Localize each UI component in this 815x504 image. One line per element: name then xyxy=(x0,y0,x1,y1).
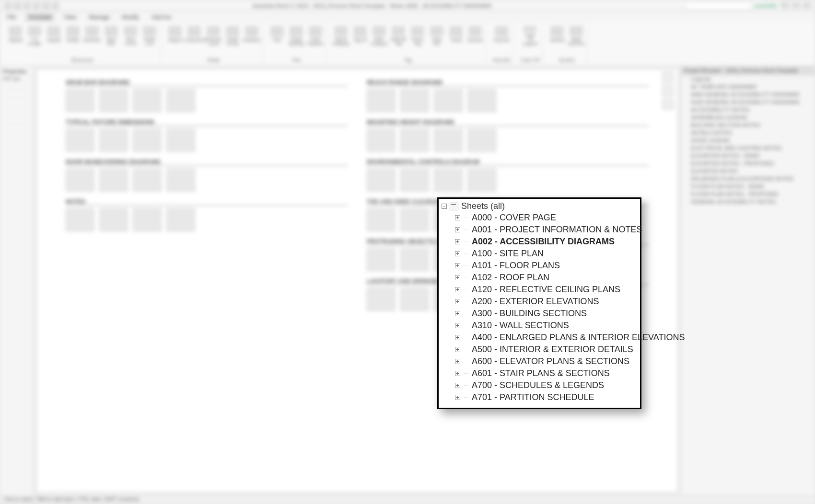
expand-icon[interactable]: + xyxy=(455,371,460,376)
ribbon-button[interactable]: Tag by Category xyxy=(333,26,349,46)
browser-tree-item[interactable]: ASSEMBLIES LEGEND xyxy=(681,114,815,121)
expand-icon[interactable]: + xyxy=(455,383,460,388)
qat-icon[interactable] xyxy=(23,2,31,10)
sheet-tree-item[interactable]: +⋯A001 - PROJECT INFORMATION & NOTES xyxy=(442,224,637,236)
sheet-tree-item[interactable]: +⋯A100 - SITE PLAN xyxy=(442,248,637,260)
ribbon-button[interactable]: Region xyxy=(167,26,183,46)
sheet-tree-item[interactable]: +⋯A000 - COVER PAGE xyxy=(442,212,637,224)
edit-type-button[interactable]: Edit Type xyxy=(3,76,30,81)
user-label[interactable]: user0399 xyxy=(755,3,777,9)
home-icon[interactable] xyxy=(662,71,674,83)
sheet-tree-item[interactable]: +⋯A120 - REFLECTIVE CEILING PLANS xyxy=(442,284,637,296)
ribbon-button[interactable]: Component xyxy=(186,26,202,46)
sheet-tree-item[interactable]: +⋯A101 - FLOOR PLANS xyxy=(442,260,637,272)
maximize-button[interactable] xyxy=(792,2,800,9)
browser-tree-item[interactable]: DOOR LEGEND xyxy=(681,137,815,144)
ribbon-button[interactable]: Spot Coord xyxy=(123,26,138,46)
ribbon-button[interactable]: Multi- Category xyxy=(372,26,387,46)
expand-icon[interactable]: + xyxy=(455,347,460,352)
sheet-tree-item[interactable]: +⋯A700 - SCHEDULES & LEGENDS xyxy=(442,379,637,391)
search-input[interactable] xyxy=(685,2,752,10)
ribbon-button[interactable]: Check Spelling xyxy=(289,26,304,46)
ribbon-button[interactable]: Spot Elev xyxy=(104,26,119,46)
sheet-tree-item[interactable]: +⋯A002 - ACCESSIBILITY DIAGRAMS xyxy=(442,236,637,248)
browser-tree-item[interactable]: FLOOR PLAN NOTES - DEMO xyxy=(681,183,815,190)
expand-icon[interactable]: + xyxy=(455,299,460,304)
property-row[interactable] xyxy=(3,124,30,133)
ribbon-button[interactable]: Arc Length xyxy=(27,26,42,46)
expand-icon[interactable]: + xyxy=(455,239,460,244)
sheet-tree-item[interactable]: +⋯A601 - STAIR PLANS & SECTIONS xyxy=(442,367,637,379)
expand-icon[interactable]: + xyxy=(455,263,460,268)
ribbon-button[interactable]: Insulation xyxy=(244,26,259,46)
ribbon-button[interactable]: Room Tag xyxy=(410,26,425,46)
browser-tree-item[interactable]: A100 GENERAL ACCESSIBILITY DIAGRAMS xyxy=(681,98,815,106)
expand-icon[interactable]: + xyxy=(455,215,460,220)
expand-icon[interactable]: + xyxy=(455,251,460,256)
sheet-tree-item[interactable]: +⋯A310 - WALL SECTIONS xyxy=(442,320,637,332)
ribbon-tab[interactable]: View xyxy=(61,13,79,22)
qat-icon[interactable] xyxy=(13,2,21,10)
browser-tree-item[interactable]: DETAILS NOTES xyxy=(681,129,815,137)
ribbon-tab[interactable]: File xyxy=(4,13,19,22)
qat-icon[interactable] xyxy=(42,2,50,10)
zoom-icon[interactable] xyxy=(662,98,674,110)
ribbon-button[interactable]: Angular xyxy=(46,26,61,46)
expand-icon[interactable]: + xyxy=(455,287,460,292)
expand-icon[interactable]: + xyxy=(455,323,460,328)
ribbon-button[interactable]: Symbol xyxy=(549,26,565,46)
property-row[interactable] xyxy=(3,115,30,124)
sheet-tree-item[interactable]: +⋯A701 - PARTITION SCHEDULE xyxy=(442,391,637,403)
ribbon-button[interactable]: Detail Line xyxy=(142,26,157,46)
browser-tree-item[interactable]: ELEVATION NOTES - DEMO xyxy=(681,152,815,160)
ribbon-button[interactable]: Material Tag xyxy=(391,26,406,46)
ribbon-button[interactable]: Revision Cloud xyxy=(206,26,221,46)
property-row[interactable] xyxy=(3,90,30,98)
expand-icon[interactable]: + xyxy=(455,227,460,232)
sheet-tree-item[interactable]: +⋯A300 - BUILDING SECTIONS xyxy=(442,308,637,320)
property-row[interactable] xyxy=(3,81,30,90)
browser-tree-item[interactable]: BUILDING SECTION NOTES xyxy=(681,121,815,129)
ribbon-button[interactable]: Keynote xyxy=(467,26,483,46)
ribbon-tab[interactable]: Manage xyxy=(86,13,112,22)
ribbon-button[interactable]: Radial xyxy=(65,26,81,46)
ribbon-button[interactable]: Text xyxy=(269,26,285,46)
close-button[interactable] xyxy=(803,2,811,9)
ribbon-button[interactable]: Find/ Replace xyxy=(308,26,323,46)
expand-icon[interactable]: + xyxy=(455,311,460,316)
ribbon-tab[interactable]: Modify xyxy=(119,13,142,22)
sheet-tree-item[interactable]: +⋯A600 - ELEVATOR PLANS & SECTIONS xyxy=(442,355,637,367)
browser-tree-item[interactable]: Legends xyxy=(681,75,815,83)
ribbon-tab[interactable]: Add-Ins xyxy=(149,13,174,22)
ribbon-button[interactable]: Tread xyxy=(448,26,464,46)
sheet-tree-item[interactable]: +⋯A102 - ROOF PLAN xyxy=(442,272,637,284)
browser-tree-item[interactable]: ENLARGED PLAN & ELEVATIONS NOTES xyxy=(681,175,815,183)
property-row[interactable] xyxy=(3,107,30,115)
project-browser-panel[interactable]: Project Browser - 2018_Premium Revit Tem… xyxy=(681,66,815,495)
sheet-tree-item[interactable]: +⋯A200 - EXTERIOR ELEVATIONS xyxy=(442,296,637,308)
ribbon-button[interactable]: View Ref xyxy=(429,26,444,46)
expand-icon[interactable]: + xyxy=(455,395,460,400)
ribbon-button[interactable]: Tag All xyxy=(352,26,368,46)
minimize-button[interactable] xyxy=(780,2,789,9)
ribbon-button[interactable]: Keynote xyxy=(494,26,509,46)
ribbon-button[interactable]: Diameter xyxy=(84,26,100,46)
ribbon-button[interactable]: Color Fill Legend xyxy=(522,26,537,46)
ribbon-tab[interactable]: Annotate xyxy=(25,13,54,22)
browser-tree-item[interactable]: A000 GENERAL ACCESSIBILITY DIAGRAMS xyxy=(681,91,815,98)
properties-panel[interactable]: Properties Edit Type xyxy=(0,66,34,495)
sheets-root-row[interactable]: − Sheets (all) xyxy=(442,201,637,212)
collapse-icon[interactable]: − xyxy=(442,204,447,209)
browser-tree-item[interactable]: GENERAL ACCESSIBILITY NOTES xyxy=(681,198,815,206)
expand-icon[interactable]: + xyxy=(455,335,460,340)
qat-icon[interactable] xyxy=(33,2,40,10)
sheet-tree-item[interactable]: +⋯A500 - INTERIOR & EXTERIOR DETAILS xyxy=(442,344,637,355)
ribbon-button[interactable]: Aligned xyxy=(8,26,23,46)
browser-tree-item[interactable]: ELECTRICAL AND LIGHTING NOTES xyxy=(681,144,815,152)
browser-tree-item[interactable]: ELEVATOR NOTES xyxy=(681,167,815,175)
qat-icon[interactable] xyxy=(52,2,59,10)
qat-icon[interactable] xyxy=(4,2,12,10)
sheet-tree-item[interactable]: +⋯A400 - ENLARGED PLANS & INTERIOR ELEVA… xyxy=(442,332,637,344)
browser-tree-item[interactable]: FLOOR PLAN NOTES - PROPOSED xyxy=(681,190,815,198)
browser-tree-item[interactable]: ELEVATION NOTES - PROPOSED xyxy=(681,160,815,167)
